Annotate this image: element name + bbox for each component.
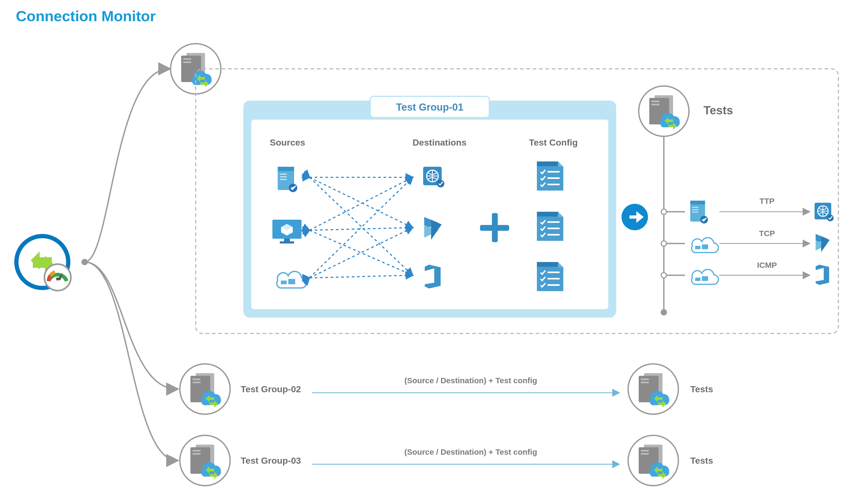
svg-point-38 [661, 241, 667, 246]
svg-point-27 [56, 277, 59, 280]
col-config: Test Config [529, 137, 578, 147]
config-icon-1 [537, 161, 563, 191]
tests-heading: Tests [703, 104, 733, 117]
config-icon-2 [537, 212, 563, 241]
svg-rect-32 [480, 225, 509, 231]
dest-globe-icon [423, 167, 444, 188]
protocol-label-3: ICMP [757, 261, 777, 269]
branch-to-group2 [85, 262, 177, 389]
group2-result: Tests [690, 384, 713, 394]
svg-point-36 [661, 209, 667, 214]
group3-result: Tests [690, 456, 713, 466]
group2-note: (Source / Destination) + Test config [404, 376, 537, 385]
tests-tree [661, 136, 685, 316]
arrow-to-tests-icon [622, 204, 648, 230]
svg-point-40 [661, 273, 667, 278]
branch-to-group1 [85, 69, 169, 262]
col-sources: Sources [270, 137, 305, 147]
protocol-label-1: TTP [760, 196, 774, 205]
page-title: Connection Monitor [16, 8, 156, 24]
branch-to-group3 [85, 262, 177, 460]
tests-node-icon [639, 86, 689, 136]
group2-row: Test Group-02 (Source / Destination) + T… [180, 364, 713, 414]
config-icon-3 [537, 262, 563, 291]
test-row-2: TCP [692, 229, 829, 253]
group3-label: Test Group-03 [241, 456, 301, 466]
panel-tab-label: Test Group-01 [396, 102, 464, 113]
test-row-3: ICMP [692, 261, 829, 285]
protocol-label-2: TCP [759, 229, 775, 238]
svg-point-41 [661, 309, 667, 316]
group3-row: Test Group-03 (Source / Destination) + T… [180, 435, 713, 486]
test-row-1: TTP [690, 196, 834, 223]
group2-label: Test Group-02 [241, 384, 301, 394]
group3-note: (Source / Destination) + Test config [404, 448, 537, 456]
col-destinations: Destinations [413, 137, 466, 147]
root-node [17, 236, 71, 291]
